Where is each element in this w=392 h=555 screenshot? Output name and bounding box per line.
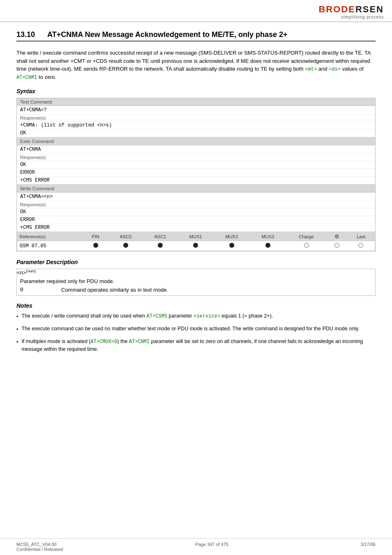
param-value-0: 0 [20,287,37,293]
col-asc1: ASC1 [143,232,178,241]
write-response-error: ERROR [17,216,375,224]
test-response-line-2: OK [17,129,375,137]
write-response-ok: OK [17,208,375,216]
exec-response-label: Response(s) [17,154,375,161]
exec-response-cms: +CMS ERROR [17,177,375,184]
section-heading: 13.10 AT+CNMA New Message Acknowledgemen… [16,30,376,41]
ds-code: <ds> [329,67,341,72]
exec-command-code: AT+CNMA [17,145,375,154]
col-pin: PIN [83,232,108,241]
page-header: BRODERSEN simplifying process [0,0,392,22]
section-number: 13.10 [16,30,35,39]
dot-pin [93,243,98,248]
write-response-cms: +CMS ERROR [17,224,375,232]
write-command-label: Write Command [17,185,375,193]
note-bullet-3: • [16,339,18,353]
ref-pin [83,241,108,251]
ref-last [347,241,375,251]
ref-mux3 [250,241,286,251]
ref-asc1 [143,241,178,251]
syntax-heading: Syntax [16,88,376,94]
dot-asc1 [158,243,163,248]
footer-left: MC55_ATC_V04.00 Confidential / Released [16,542,63,552]
footer-status: Confidential / Released [16,547,63,552]
ref-charge [286,241,327,251]
note-item-2: • The execute command can be used no mat… [16,325,376,334]
param-value-row: 0 Command operates similarly as in text … [17,285,375,295]
exec-response-error: ERROR [17,169,375,177]
at-cnmi-code: AT+CNMI [16,75,37,81]
footer-date: 3/17/06 [360,542,376,552]
write-response-label: Response(s) [17,201,375,208]
ref-mux1 [178,241,214,251]
note-text-1: The execute / write command shall only b… [21,312,273,321]
body-paragraph: The write / execute command confirms suc… [16,49,376,81]
page-footer: MC55_ATC_V04.00 Confidential / Released … [0,538,392,555]
dot-mux1 [193,243,198,248]
mt-code: <mt> [305,67,317,72]
param-desc-heading: Parameter Description [16,259,376,265]
dot-settings [334,243,339,248]
col-settings: ⚙ [327,232,347,241]
note-item-1: • The execute / write command shall only… [16,312,376,321]
ref-asc0 [108,241,143,251]
logo-tagline: simplifying process [341,15,384,19]
write-command-section: Write Command AT+CNMA=<n> Response(s) OK… [17,185,375,232]
col-asc0: ASC0 [108,232,143,241]
note-text-2: The execute command can be used no matte… [21,325,359,334]
dot-last [358,243,363,248]
ref-table-header: Reference(s) PIN ASC0 ASC1 MUX1 MUX2 MUX… [17,232,375,241]
param-name-row: <n>(num) [17,269,375,276]
logo-text: BRODERSEN [318,4,384,15]
reference-table: Reference(s) PIN ASC0 ASC1 MUX1 MUX2 MUX… [17,232,375,251]
dot-asc0 [123,243,128,248]
ref-mux2 [214,241,250,251]
test-command-label: Test Command [17,98,375,106]
note-bullet-1: • [16,313,18,321]
test-response-line-1: +CNMA: (list of supported <n>s) [17,122,375,129]
col-mux3: MUX3 [250,232,286,241]
exec-command-section: Exec Command AT+CNMA Response(s) OK ERRO… [17,138,375,184]
footer-center: Page 347 of 475 [195,542,228,552]
note-item-3: • If multiplex mode is activated (AT+CMU… [16,338,376,353]
note-bullet-2: • [16,326,18,334]
write-command-code: AT+CNMA=<n> [17,193,375,201]
note-text-3: If multiplex mode is activated (AT+CMUX=… [21,338,376,353]
footer-doc-id: MC55_ATC_V04.00 [16,542,63,547]
ref-table-row: GSM 07.05 [17,241,375,251]
section-title: AT+CNMA New Message Acknowledgement to M… [47,30,287,39]
col-mux2: MUX2 [214,232,250,241]
ref-name: GSM 07.05 [17,241,83,251]
exec-command-label: Exec Command [17,138,375,145]
notes-heading: Notes [16,302,376,309]
param-name: <n>(num) [17,269,36,276]
col-mux1: MUX1 [178,232,214,241]
ref-settings [327,241,347,251]
dot-mux3 [265,243,270,248]
dot-mux2 [229,243,234,248]
test-command-code: AT+CNMA=? [17,106,375,115]
param-section: <n>(num) Parameter required only for PDU… [16,269,376,296]
main-content: 13.10 AT+CNMA New Message Acknowledgemen… [0,22,392,366]
logo-area: BRODERSEN simplifying process [318,4,384,19]
body-text-2: and [317,66,329,72]
param-value-desc-0: Command operates similarly as in text mo… [61,287,168,293]
body-text-4: to zero. [37,74,56,80]
col-last: Last [347,232,375,241]
test-command-section: Test Command AT+CNMA=? Response(s) +CNMA… [17,98,375,137]
body-text-3: values of [341,66,364,72]
syntax-block: Test Command AT+CNMA=? Response(s) +CNMA… [16,98,376,251]
exec-response-ok: OK [17,161,375,169]
test-response-label: Response(s) [17,115,375,122]
reference-section: Reference(s) PIN ASC0 ASC1 MUX1 MUX2 MUX… [17,232,375,251]
col-reference: Reference(s) [17,232,83,241]
col-charge: Charge [286,232,327,241]
param-desc: Parameter required only for PDU mode. [20,278,114,284]
notes-list: • The execute / write command shall only… [16,312,376,353]
param-desc-row: Parameter required only for PDU mode. [17,276,375,285]
dot-charge [304,243,309,248]
